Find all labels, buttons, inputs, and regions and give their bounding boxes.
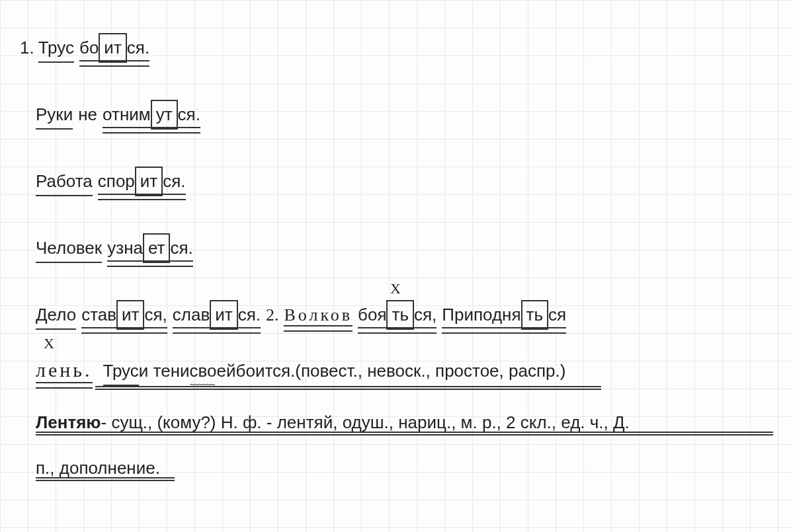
pred-suffix: ся. [170, 235, 192, 261]
sentence-4: Человек узна ет ся. [20, 233, 773, 268]
x-marker-2: X [44, 332, 54, 354]
pred-stem: слав [173, 302, 210, 328]
morpheme-box: ть [386, 300, 413, 330]
pred-suffix: ся. [163, 169, 185, 194]
list-number-2: 2. [266, 302, 279, 328]
double-underline-decoration [36, 477, 175, 481]
word-volkov: Волков [284, 302, 353, 333]
text-i-teni: и тени [139, 358, 190, 384]
sentence-6: X лень. Трус и тени своей боится. (повес… [20, 355, 773, 390]
morpheme-box: ет [143, 233, 171, 263]
double-underline-decoration [36, 432, 773, 436]
pred-suffix: ся, [144, 302, 167, 328]
morpheme-box: ть [521, 300, 548, 330]
morpheme-box: ут [151, 100, 178, 130]
word-len: лень. [36, 355, 93, 390]
pred-suffix: ся. [127, 35, 149, 61]
subject-delo: Дело [36, 302, 76, 330]
pred-stem: узна [107, 235, 143, 261]
sentence-3: Работа спор ит ся. [20, 167, 773, 202]
subject-trus: Трус [38, 35, 74, 63]
volkov-text: Волков [284, 302, 353, 328]
sentence-characteristic: (повест., невоск., простое, распр.) [295, 358, 565, 384]
word-svoej: своей [190, 358, 236, 384]
pred-suffix: ся. [238, 302, 261, 328]
morph-analysis-line1: Лентяю - сущ., (кому?) Н. ф. - лентяй, о… [20, 410, 773, 436]
predicate-stavitsya: став ит ся, [81, 300, 167, 335]
sentence-2: Руки не отним ут ся. [20, 100, 773, 135]
pred-stem: отним [103, 102, 151, 128]
pred-suffix: ся. [178, 102, 200, 128]
predicate-sporitsya: спор ит ся. [98, 167, 186, 202]
pred-suffix: ся, [414, 302, 437, 328]
neg-particle: не [78, 102, 97, 128]
morpheme-box: ит [210, 300, 237, 330]
subject-ruki: Руки [36, 102, 73, 130]
predicate-boyatsya: боя ть ся, [358, 300, 437, 335]
subject-chelovek: Человек [36, 235, 102, 263]
pred-suffix: ся [548, 302, 566, 328]
predicate-boitsya: бо ит ся. [79, 33, 149, 68]
list-number-1: 1. [20, 35, 34, 61]
text-boitsya: боится. [236, 358, 296, 384]
predicate-pripodnyatsya: Приподня ть ся [442, 300, 566, 335]
predicate-otnimutsya: отним ут ся. [103, 100, 200, 135]
subject-rabota: Работа [36, 169, 93, 196]
double-underline-decoration [95, 386, 601, 390]
pred-stem: став [81, 302, 116, 328]
predicate-slavitsya: слав ит ся. [173, 300, 261, 335]
x-marker-1: X [390, 278, 401, 299]
pred-stem: спор [98, 169, 135, 194]
len-text: лень. [36, 355, 93, 385]
predicate-uznaetsya: узна ет ся. [107, 233, 193, 268]
morpheme-box: ит [99, 33, 126, 63]
pred-stem: боя [358, 302, 386, 328]
sentence-1: 1. Трус бо ит ся. [20, 33, 773, 68]
morpheme-box: ит [116, 300, 144, 330]
sentence-5: X Дело став ит ся, слав ит ся. 2. Волков… [20, 300, 773, 335]
morpheme-box: ит [135, 167, 163, 196]
subject-trus-2: Трус [103, 358, 139, 386]
pred-stem: бо [79, 35, 99, 61]
pred-stem: Приподня [442, 302, 521, 328]
morph-analysis-line2: п., дополнение. [20, 455, 773, 481]
